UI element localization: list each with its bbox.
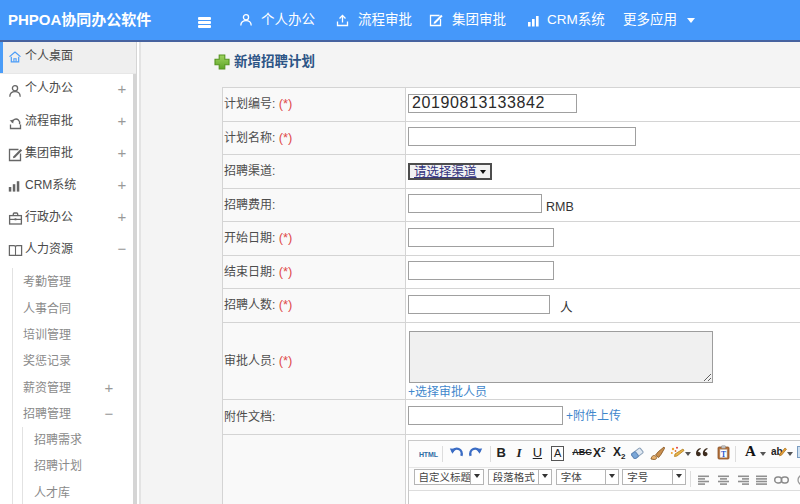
svg-text:T: T: [721, 450, 726, 459]
